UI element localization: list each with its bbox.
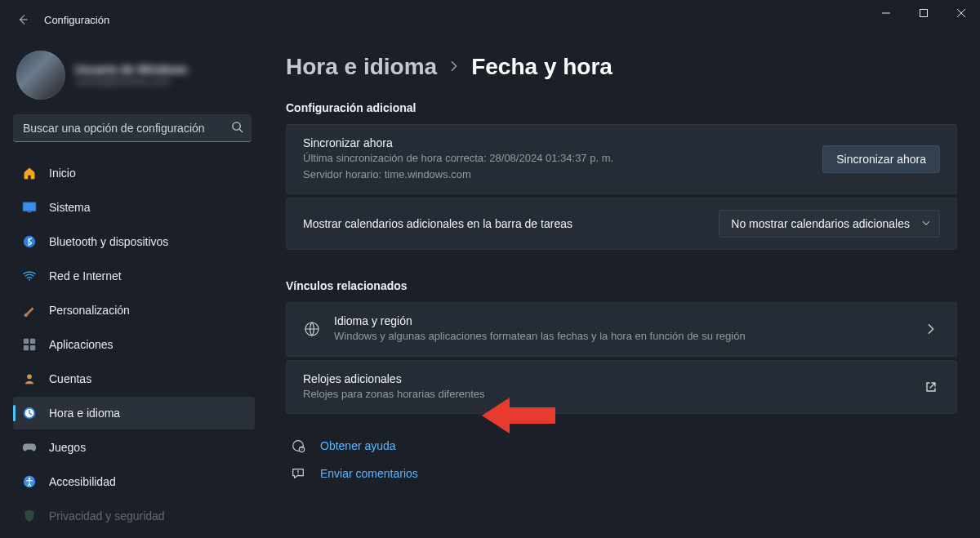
home-icon — [21, 165, 38, 181]
section-additional-config: Configuración adicional — [286, 101, 957, 114]
svg-rect-0 — [920, 10, 928, 17]
calendars-title: Mostrar calendarios adicionales en la ba… — [303, 217, 706, 230]
globe-icon — [303, 320, 321, 338]
sidebar-item-bluetooth[interactable]: Bluetooth y dispositivos — [13, 225, 255, 258]
sync-last: Última sincronización de hora correcta: … — [303, 151, 809, 166]
feedback-icon — [289, 465, 307, 482]
send-feedback-link[interactable]: Enviar comentarios — [286, 460, 957, 487]
additional-clocks-sub: Relojes para zonas horarias diferentes — [303, 387, 909, 402]
sidebar-item-label: Aplicaciones — [49, 338, 114, 351]
chevron-down-icon — [921, 217, 931, 230]
calendars-select[interactable]: No mostrar calendarios adicionales — [719, 210, 940, 238]
sidebar-item-personalization[interactable]: Personalización — [13, 294, 255, 327]
get-help-label[interactable]: Obtener ayuda — [320, 439, 396, 452]
additional-clocks-link[interactable]: Relojes adicionales Relojes para zonas h… — [286, 360, 957, 414]
sidebar-item-label: Cuentas — [49, 372, 91, 385]
search-input[interactable] — [13, 114, 252, 142]
back-button[interactable] — [11, 8, 34, 31]
sidebar-nav: Inicio Sistema Bluetooth y dispositivos … — [13, 157, 255, 532]
sidebar-item-label: Accesibilidad — [49, 475, 116, 488]
svg-point-5 — [29, 279, 30, 281]
sidebar-item-label: Hora e idioma — [49, 407, 120, 420]
shield-icon — [21, 508, 38, 524]
sidebar-item-time-language[interactable]: Hora e idioma — [13, 397, 255, 429]
apps-icon — [21, 336, 38, 353]
search-icon — [231, 121, 243, 136]
svg-rect-7 — [30, 339, 35, 344]
chevron-right-icon — [448, 60, 460, 74]
sidebar-item-label: Personalización — [49, 304, 130, 317]
additional-clocks-title: Relojes adicionales — [303, 372, 909, 385]
sidebar-item-network[interactable]: Red e Internet — [13, 260, 255, 292]
section-related-links: Vínculos relacionados — [286, 279, 957, 292]
svg-rect-9 — [30, 345, 35, 350]
svg-point-1 — [233, 122, 240, 130]
breadcrumb: Hora e idioma Fecha y hora — [286, 54, 957, 80]
sidebar-item-label: Juegos — [49, 441, 86, 454]
sidebar-item-label: Inicio — [49, 167, 76, 180]
sidebar-item-label: Red e Internet — [49, 269, 122, 282]
get-help-link[interactable]: ? Obtener ayuda — [286, 432, 957, 460]
avatar — [16, 51, 65, 100]
calendars-selected-value: No mostrar calendarios adicionales — [731, 217, 910, 230]
breadcrumb-parent[interactable]: Hora e idioma — [286, 54, 437, 80]
maximize-button[interactable] — [905, 0, 942, 26]
sync-title: Sincronizar ahora — [303, 136, 809, 149]
svg-point-14 — [29, 478, 31, 480]
send-feedback-label[interactable]: Enviar comentarios — [320, 467, 418, 480]
paintbrush-icon — [21, 302, 38, 318]
sidebar-item-label: Sistema — [49, 201, 91, 214]
page-title: Fecha y hora — [471, 54, 612, 80]
wifi-icon — [21, 268, 38, 284]
bluetooth-icon — [21, 233, 38, 250]
language-region-sub: Windows y algunas aplicaciones formatean… — [334, 329, 909, 344]
minimize-button[interactable] — [867, 0, 905, 26]
clock-globe-icon — [21, 405, 38, 421]
sidebar-item-accounts[interactable]: Cuentas — [13, 362, 255, 395]
person-icon — [21, 371, 38, 387]
sidebar-item-label: Privacidad y seguridad — [49, 509, 165, 522]
open-external-icon — [922, 378, 940, 396]
profile-name: Usuario de Windows — [75, 63, 188, 76]
sync-server: Servidor horario: time.windows.com — [303, 167, 809, 182]
accessibility-icon — [21, 474, 38, 490]
help-icon: ? — [289, 437, 307, 455]
profile-block[interactable]: Usuario de Windows cuenta@dominio.com — [13, 46, 255, 114]
sidebar-item-gaming[interactable]: Juegos — [13, 431, 255, 464]
sidebar-item-privacy[interactable]: Privacidad y seguridad — [13, 500, 255, 532]
sync-now-button[interactable]: Sincronizar ahora — [822, 145, 940, 173]
profile-email: cuenta@dominio.com — [75, 76, 188, 87]
svg-rect-3 — [27, 211, 31, 212]
chevron-right-icon — [922, 320, 940, 338]
language-region-link[interactable]: Idioma y región Windows y algunas aplica… — [286, 302, 957, 356]
sidebar-item-accessibility[interactable]: Accesibilidad — [13, 465, 255, 498]
app-title: Configuración — [44, 14, 109, 26]
sync-card: Sincronizar ahora Última sincronización … — [286, 124, 957, 194]
calendars-card: Mostrar calendarios adicionales en la ba… — [286, 198, 957, 250]
svg-rect-8 — [24, 345, 29, 350]
system-icon — [21, 199, 38, 216]
svg-rect-6 — [24, 339, 29, 344]
svg-point-4 — [24, 236, 35, 247]
sidebar-item-system[interactable]: Sistema — [13, 191, 255, 224]
close-button[interactable] — [942, 0, 980, 26]
svg-rect-2 — [23, 202, 36, 211]
gamepad-icon — [21, 439, 38, 456]
language-region-title: Idioma y región — [334, 314, 909, 327]
sidebar-item-home[interactable]: Inicio — [13, 157, 255, 189]
search-box[interactable] — [13, 114, 252, 142]
sidebar-item-label: Bluetooth y dispositivos — [49, 235, 168, 248]
svg-point-10 — [27, 374, 32, 379]
sidebar-item-apps[interactable]: Aplicaciones — [13, 328, 255, 361]
